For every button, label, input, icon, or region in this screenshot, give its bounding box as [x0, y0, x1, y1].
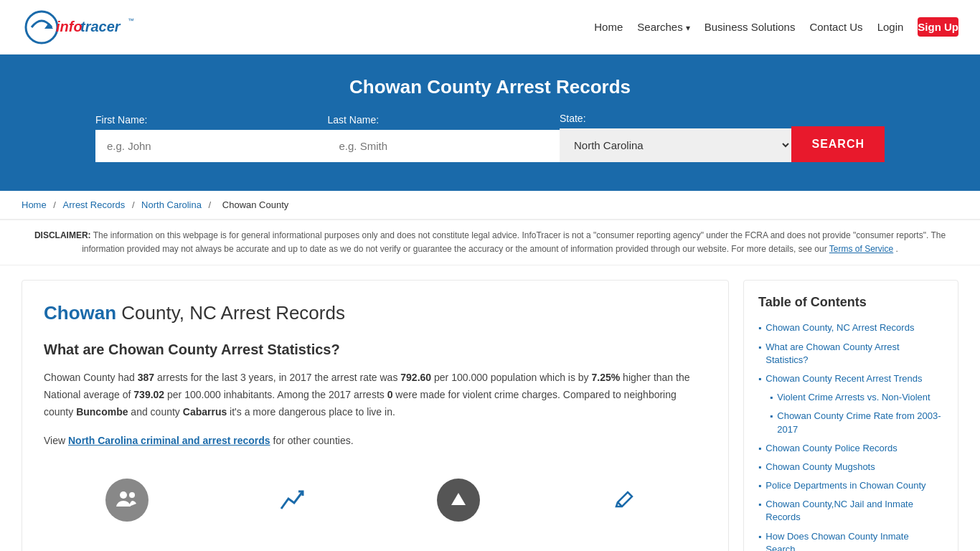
main-content: Chowan County, NC Arrest Records What ar… [0, 265, 980, 551]
svg-point-0 [26, 11, 57, 43]
article-title: Chowan County, NC Arrest Records [44, 302, 707, 324]
content-paragraph1: Chowan County had 387 arrests for the la… [44, 369, 707, 420]
svg-text:tracer: tracer [80, 19, 121, 34]
page-title: Chowan County Arrest Records [22, 76, 958, 98]
toc-item: Chowan County Recent Arrest Trends [758, 372, 943, 385]
toc-link[interactable]: Chowan County,NC Jail and Inmate Records [765, 498, 943, 524]
state-select[interactable]: North Carolina [560, 128, 791, 162]
toc-item: Chowan County Crime Rate from 2003-2017 [758, 410, 943, 435]
breadcrumb-home[interactable]: Home [22, 199, 47, 210]
toc-link[interactable]: Chowan County Recent Arrest Trends [765, 372, 922, 385]
logo[interactable]: info tracer ™ [22, 7, 136, 47]
toc-item: Chowan County Mugshots [758, 461, 943, 474]
breadcrumb-sep-2: / [132, 199, 137, 210]
article-title-highlight: Chowan [44, 302, 116, 324]
p1-end: it's a more dangerous place to live in. [227, 406, 395, 418]
svg-marker-7 [451, 493, 466, 505]
disclaimer-bold: DISCLAIMER: [34, 230, 91, 240]
toc-link[interactable]: What are Chowan County Arrest Statistics… [765, 341, 943, 367]
state-label: State: [560, 113, 586, 124]
header: info tracer ™ Home Searches Business Sol… [0, 0, 980, 55]
p1-mid2: per 100.000 population which is by [431, 372, 591, 383]
toc-item: What are Chowan County Arrest Statistics… [758, 341, 943, 367]
icon-item-2 [264, 479, 321, 522]
people-icon [105, 479, 149, 522]
toc-title: Table of Contents [758, 295, 943, 310]
p1-pct: 7.25% [592, 372, 621, 383]
svg-point-6 [129, 492, 135, 498]
last-name-group: Last Name: [327, 114, 559, 162]
toc-link[interactable]: Chowan County Mugshots [765, 461, 875, 474]
p1-mid4: per 100.000 inhabitants. Among the 2017 … [164, 389, 387, 400]
disclaimer-tos-end: . [896, 244, 898, 254]
article: Chowan County, NC Arrest Records What ar… [22, 280, 729, 551]
breadcrumb-north-carolina[interactable]: North Carolina [141, 199, 202, 210]
p1-mid6: and county [128, 406, 182, 418]
first-name-label: First Name: [95, 114, 147, 126]
breadcrumb-sep-3: / [209, 199, 214, 210]
nav-home[interactable]: Home [594, 17, 623, 37]
toc-item: Chowan County Police Records [758, 442, 943, 455]
toc-item: Chowan County,NC Jail and Inmate Records [758, 498, 943, 524]
icon-item-4 [595, 479, 653, 522]
view-link[interactable]: North Carolina criminal and arrest recor… [68, 435, 270, 446]
nav-business-solutions[interactable]: Business Solutions [705, 17, 796, 37]
search-form: First Name: Last Name: State: North Caro… [95, 113, 885, 162]
last-name-label: Last Name: [327, 114, 379, 126]
disclaimer-text: The information on this webpage is for g… [82, 230, 946, 254]
sidebar-toc: Table of Contents Chowan County, NC Arre… [743, 280, 958, 551]
toc-link[interactable]: Chowan County, NC Arrest Records [765, 321, 914, 334]
view-pre: View [44, 435, 68, 446]
main-nav: Home Searches Business Solutions Contact… [594, 17, 958, 37]
p1-county2: Cabarrus [183, 406, 227, 418]
article-title-rest: County, NC Arrest Records [116, 302, 345, 324]
toc-link[interactable]: Police Departments in Chowan County [765, 479, 925, 492]
toc-list: Chowan County, NC Arrest RecordsWhat are… [758, 321, 943, 551]
svg-text:™: ™ [128, 17, 134, 24]
toc-link[interactable]: Violent Crime Arrests vs. Non-Violent [777, 391, 930, 404]
toc-item: How Does Chowan County Inmate Search... [758, 530, 943, 551]
first-name-group: First Name: [95, 114, 327, 162]
disclaimer-tos-link[interactable]: Terms of Service [829, 244, 893, 254]
search-button[interactable]: SEARCH [791, 126, 885, 162]
nav-signup[interactable]: Sign Up [918, 17, 958, 37]
toc-item: Violent Crime Arrests vs. Non-Violent [758, 391, 943, 404]
scroll-up-icon[interactable] [437, 479, 480, 522]
p1-arrests: 387 [138, 372, 154, 383]
p1-rate: 792.60 [400, 372, 431, 383]
icon-item-1 [98, 479, 156, 522]
searches-chevron-icon [686, 21, 690, 33]
view-text: View North Carolina criminal and arrest … [44, 433, 707, 450]
disclaimer: DISCLAIMER: The information on this webp… [0, 220, 980, 265]
last-name-input[interactable] [327, 130, 559, 162]
nav-searches[interactable]: Searches [637, 21, 689, 33]
nav-contact-us[interactable]: Contact Us [809, 17, 862, 37]
p1-county1: Buncombe [76, 406, 128, 418]
breadcrumb: Home / Arrest Records / North Carolina /… [0, 191, 980, 220]
hero-section: Chowan County Arrest Records First Name:… [0, 55, 980, 191]
state-group: State: North Carolina [560, 113, 791, 162]
svg-text:info: info [56, 19, 83, 34]
toc-link[interactable]: How Does Chowan County Inmate Search... [765, 530, 943, 551]
svg-point-5 [120, 491, 127, 499]
nav-login[interactable]: Login [877, 17, 904, 37]
breadcrumb-arrest-records[interactable]: Arrest Records [63, 199, 126, 210]
toc-link[interactable]: Chowan County Crime Rate from 2003-2017 [777, 410, 943, 435]
section1-heading: What are Chowan County Arrest Statistics… [44, 342, 707, 358]
p1-avg: 739.02 [133, 389, 164, 400]
view-post: for other counties. [270, 435, 354, 446]
icon-row [44, 464, 707, 522]
p1-mid1: arrests for the last 3 years, in 2017 th… [154, 372, 400, 383]
toc-item: Police Departments in Chowan County [758, 479, 943, 492]
edit-icon [603, 479, 646, 522]
breadcrumb-sep-1: / [53, 199, 58, 210]
breadcrumb-current: Chowan County [222, 199, 289, 210]
p1-pre: Chowan County had [44, 372, 138, 383]
toc-link[interactable]: Chowan County Police Records [765, 442, 897, 455]
icon-item-3 [430, 479, 487, 522]
first-name-input[interactable] [95, 130, 327, 162]
trend-icon [271, 479, 314, 522]
toc-item: Chowan County, NC Arrest Records [758, 321, 943, 334]
